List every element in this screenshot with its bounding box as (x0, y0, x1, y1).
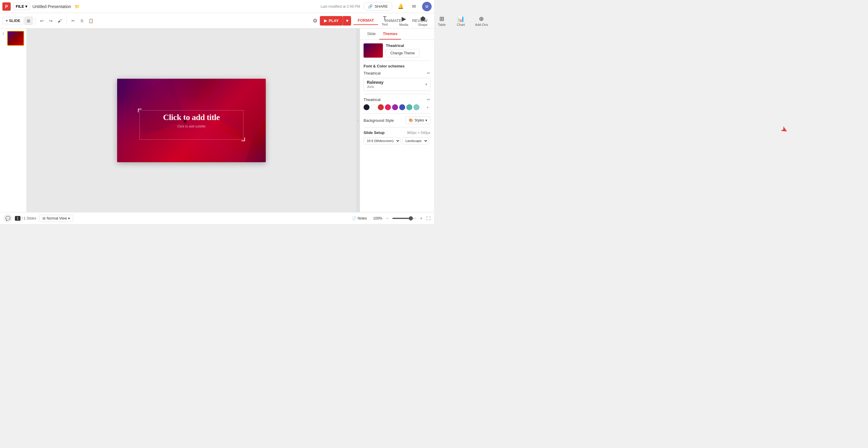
settings-icon[interactable]: ⚙ (313, 18, 317, 24)
slide-thumb-wrapper-1: 1 (2, 31, 24, 46)
font-scheme-row: Theatrical ✏ (364, 71, 430, 75)
right-panel: Slide Themes Theatrical Change Theme Fon… (360, 29, 434, 212)
change-theme-button[interactable]: Change Theme (386, 49, 420, 57)
font-scheme-name: Theatrical (364, 71, 380, 75)
zoom-slider[interactable] (392, 218, 416, 219)
slide-content-area[interactable]: Click to add title Click to add subtitle (117, 79, 266, 162)
color-swatch-row: ▾ (364, 104, 430, 110)
theme-card: Theatrical Change Theme (364, 43, 430, 58)
slide-panel: 1 (0, 29, 27, 212)
format-tab[interactable]: FORMAT (353, 17, 378, 25)
mail-icon[interactable]: ✉ (409, 2, 418, 11)
theme-name: Theatrical (386, 43, 430, 48)
normal-view-button[interactable]: ⊟ Normal View ▾ (39, 215, 73, 222)
panel-tabs: Slide Themes (360, 29, 434, 40)
zoom-level-text: 100% (373, 216, 382, 220)
play-button[interactable]: ▶ PLAY (320, 16, 343, 26)
toolbar-table-button[interactable]: ⊞ Table (433, 14, 434, 28)
panel-collapse-handle[interactable]: › (356, 29, 360, 212)
page-indicator: 1 / 1 Slides (15, 216, 36, 221)
canvas-area[interactable]: Click to add title Click to add subtitle… (27, 29, 356, 212)
slide-setup-controls: 16:9 (Widescreen) Landscape (364, 137, 430, 145)
shape-icon: ⬟ (420, 15, 425, 22)
paint-format-button[interactable]: 🖌 (56, 17, 64, 25)
slide-subtitle-placeholder[interactable]: Click to add subtitle (177, 125, 206, 128)
bottom-bar: 💬 1 / 1 Slides ⊟ Normal View ▾ 📄 Notes 1… (0, 212, 434, 224)
avatar[interactable]: U (422, 2, 432, 11)
share-button[interactable]: 🔗 SHARE (364, 2, 392, 11)
current-page-number: 1 (15, 216, 21, 221)
swatch-2[interactable] (371, 104, 377, 110)
play-dropdown-button[interactable]: ▾ (343, 16, 351, 26)
add-slide-button[interactable]: + SLIDE (2, 17, 24, 24)
orientation-select[interactable]: Landscape (402, 137, 428, 145)
notes-button[interactable]: 📄 Notes (349, 215, 370, 222)
toolbar-shape-button[interactable]: ⬟ Shape (414, 14, 432, 28)
swatch-3[interactable] (378, 104, 384, 110)
font-scheme-edit-icon[interactable]: ✏ (427, 71, 430, 75)
folder-icon[interactable]: 📁 (74, 4, 80, 9)
slide-thumbnail-1[interactable] (7, 31, 24, 46)
swatch-1[interactable] (364, 104, 370, 110)
slide-tab[interactable]: Slide (364, 29, 379, 39)
aspect-ratio-select[interactable]: 16:9 (Widescreen) (364, 137, 400, 145)
divider-4 (364, 127, 430, 127)
slide-setup-size: 960px × 540px (407, 131, 430, 135)
bg-style-row: Background Style 🎨 Styles ▾ (364, 117, 430, 124)
swatch-5[interactable] (392, 104, 398, 110)
divider-3 (364, 113, 430, 114)
zoom-in-icon[interactable]: ＋ (419, 216, 423, 221)
zoom-slider-thumb[interactable] (409, 216, 413, 220)
cut-button[interactable]: ✂ (69, 17, 77, 25)
redo-button[interactable]: ↪ (47, 17, 55, 25)
toolbar-text-button[interactable]: T Text (376, 14, 394, 27)
swatch-8[interactable] (413, 104, 420, 110)
paste-button[interactable]: 📋 (87, 17, 95, 25)
toolbar-center-items: T Text ▶ Media ⬟ Shape ⊞ Table 📊 Chart ⊕… (376, 14, 434, 28)
color-dropdown-button[interactable]: ▾ (425, 104, 430, 110)
theme-thumb-inner (364, 43, 383, 58)
toolbar-media-button[interactable]: ▶ Media (395, 14, 412, 28)
file-button[interactable]: FILE ▾ (13, 3, 30, 10)
color-scheme-name: Theatrical (364, 97, 380, 102)
color-scheme-row: Theatrical ✏ (364, 97, 430, 102)
app-logo: P (2, 2, 11, 11)
copy-button[interactable]: ⎘ (78, 17, 86, 25)
bg-style-label: Background Style (364, 118, 394, 123)
zoom-slider-fill (392, 218, 409, 219)
top-bar: P FILE ▾ Untitled Presentation 📁 Last mo… (0, 0, 434, 13)
text-icon: T (383, 15, 386, 22)
slide-thumb-bg (8, 31, 24, 45)
color-scheme-edit-icon[interactable]: ✏ (427, 97, 430, 102)
zoom-out-icon[interactable]: － (385, 216, 390, 221)
toolbar-separator-2 (66, 17, 67, 25)
theme-thumbnail (364, 43, 383, 58)
font-dropdown-icon: ▾ (425, 82, 427, 87)
slide-number-1: 1 (2, 31, 6, 35)
main-content: 1 Click to add title Click to add subtit… (0, 29, 434, 212)
theme-info: Theatrical Change Theme (386, 43, 430, 57)
slide-title-placeholder[interactable]: Click to add title (163, 113, 220, 122)
swatch-4[interactable] (385, 104, 391, 110)
undo-button[interactable]: ↩ (38, 17, 46, 25)
styles-button[interactable]: 🎨 Styles ▾ (405, 117, 430, 124)
divider-1 (364, 61, 430, 61)
slide-canvas[interactable]: Click to add title Click to add subtitle… (117, 79, 266, 162)
fullscreen-icon[interactable]: ⛶ (426, 216, 430, 221)
toolbar-separator (35, 17, 35, 25)
font-color-section-label: Font & Color schemes (364, 64, 430, 68)
last-modified-text: Last modified at 2:49 PM (320, 4, 360, 9)
font-name: Raleway (367, 80, 383, 85)
top-right-actions: Last modified at 2:49 PM 🔗 SHARE 🔔 ✉ U (320, 2, 432, 11)
swatch-7[interactable] (406, 104, 412, 110)
themes-tab[interactable]: Themes (379, 29, 401, 39)
cursor-icon: 🖱 (183, 119, 188, 125)
swatch-6[interactable] (399, 104, 405, 110)
font-selector[interactable]: Raleway Jura ▾ (364, 78, 430, 91)
grid-view-button[interactable]: ⊞ (24, 17, 33, 25)
bottom-right: 📄 Notes 100% － ＋ ⛶ (349, 215, 430, 222)
media-icon: ▶ (402, 15, 406, 22)
chat-icon[interactable]: 💬 (4, 214, 12, 223)
notifications-icon[interactable]: 🔔 (396, 2, 405, 11)
presentation-title[interactable]: Untitled Presentation (32, 4, 71, 9)
